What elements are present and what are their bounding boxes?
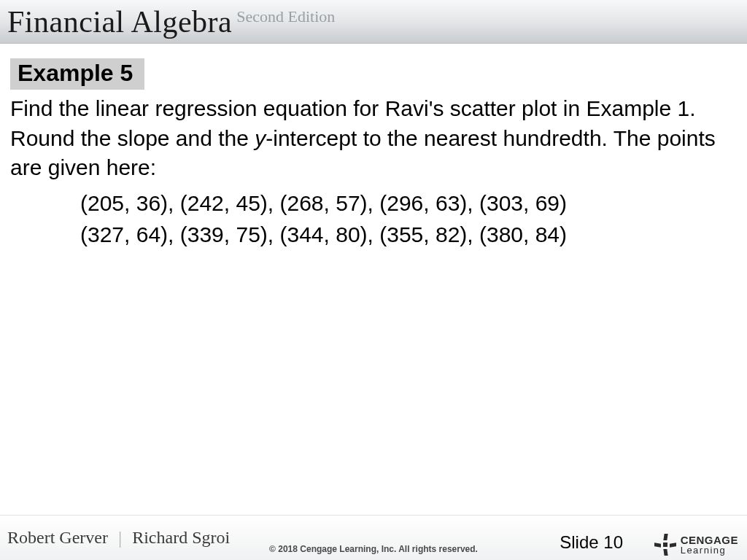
publisher-name: CENGAGE Learning xyxy=(681,534,738,555)
copyright-text: © 2018 Cengage Learning, Inc. All rights… xyxy=(269,544,478,554)
points-row-1: (205, 36), (242, 45), (268, 57), (296, 6… xyxy=(80,187,737,219)
slide-content: Example 5 Find the linear regression equ… xyxy=(0,44,747,251)
header-bar: Financial Algebra Second Edition xyxy=(0,0,747,44)
cengage-mark-icon xyxy=(654,534,676,556)
publisher-line1: CENGAGE xyxy=(681,534,738,545)
data-points: (205, 36), (242, 45), (268, 57), (296, 6… xyxy=(80,187,737,251)
publisher-logo: CENGAGE Learning xyxy=(654,534,738,556)
example-label: Example 5 xyxy=(10,58,144,90)
book-title: Financial Algebra xyxy=(7,0,232,44)
points-row-2: (327, 64), (339, 75), (344, 80), (355, 8… xyxy=(80,219,737,251)
author-2: Richard Sgroi xyxy=(132,528,230,548)
edition-label: Second Edition xyxy=(236,7,335,26)
author-1: Robert Gerver xyxy=(7,528,108,548)
author-separator: | xyxy=(118,527,122,549)
problem-text: Find the linear regression equation for … xyxy=(10,94,725,183)
authors: Robert Gerver | Richard Sgroi xyxy=(7,527,230,549)
y-variable: y xyxy=(255,126,266,150)
footer-bar: Robert Gerver | Richard Sgroi © 2018 Cen… xyxy=(0,515,747,560)
slide-number: Slide 10 xyxy=(560,532,623,553)
publisher-line2: Learning xyxy=(681,545,738,555)
